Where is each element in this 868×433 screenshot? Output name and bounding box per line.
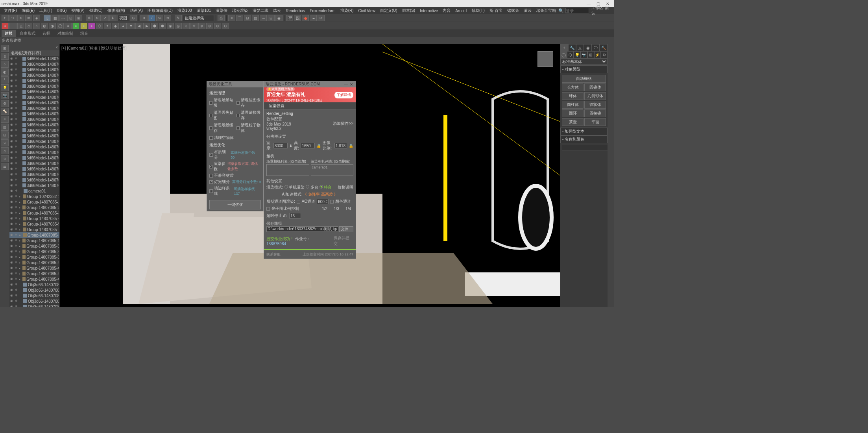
tree-item[interactable]: ◉❄▸Group-14807085-49- xyxy=(9,276,59,282)
render-settings-header[interactable]: - 渲染设置 xyxy=(264,102,356,110)
expand-icon[interactable]: ▸ xyxy=(19,239,22,242)
visibility-toggle-icon[interactable]: ◉ xyxy=(10,150,14,154)
edit-selection-icon[interactable]: ✎ xyxy=(175,15,182,21)
visibility-toggle-icon[interactable]: ◉ xyxy=(10,250,14,254)
tool-icon[interactable]: ● xyxy=(65,23,72,29)
checkbox[interactable] xyxy=(209,136,213,140)
hint-link[interactable]: 高细分材质个数: 30 xyxy=(231,150,261,159)
tree-item[interactable]: ◉❄▸Group-14807085-4- xyxy=(9,216,59,221)
freeze-toggle-icon[interactable]: ❄ xyxy=(15,272,18,276)
tree-item[interactable]: ◉❄3d66Model-1480706 xyxy=(9,117,59,122)
tool-icon[interactable]: ☀ xyxy=(190,23,198,29)
pivot-icon[interactable]: ⊙ xyxy=(130,15,137,21)
ai-mode-value[interactable]: 《 免降率 高画质 》 xyxy=(303,192,338,197)
visibility-toggle-icon[interactable]: ◉ xyxy=(10,189,14,193)
color-checkbox[interactable] xyxy=(330,200,334,204)
expand-icon[interactable]: ▸ xyxy=(19,228,22,231)
menu-item[interactable]: Foxrenderfarm xyxy=(307,9,338,13)
menu-item[interactable]: 文件(F) xyxy=(2,8,19,13)
expand-icon[interactable]: ▸ xyxy=(19,195,22,198)
filter-icon[interactable]: ◐ xyxy=(1,68,9,76)
checkbox[interactable] xyxy=(209,153,213,157)
menu-item[interactable]: Arnold xyxy=(453,9,469,13)
visibility-toggle-icon[interactable]: ◉ xyxy=(10,222,14,226)
helpers-subtab[interactable]: ⊞ xyxy=(587,51,594,58)
menu-item[interactable]: 渲染(R) xyxy=(338,8,356,13)
tree-item[interactable]: ◉❄▸Group-14807085-12- xyxy=(9,238,59,243)
menu-item[interactable]: Renderbus xyxy=(283,9,307,13)
freeze-toggle-icon[interactable]: ❄ xyxy=(15,222,18,226)
visibility-toggle-icon[interactable]: ◉ xyxy=(10,106,14,110)
schematic-icon[interactable]: ⊞ xyxy=(268,15,275,21)
expand-icon[interactable]: ▸ xyxy=(19,250,22,254)
filter-icon[interactable]: ⊡ xyxy=(1,131,9,139)
tree-item[interactable]: ◉❄▸Group-14807085-1 xyxy=(9,232,59,238)
tool-icon[interactable]: ◀ xyxy=(135,23,142,29)
lock-icon[interactable]: 🔒 xyxy=(349,144,353,148)
freeze-toggle-icon[interactable]: ❄ xyxy=(15,194,18,198)
create-object-button[interactable]: 几何球体 xyxy=(584,92,606,100)
checkbox[interactable] xyxy=(209,174,213,178)
lock-icon[interactable]: ⬍ xyxy=(289,144,292,148)
tree-item[interactable]: ◉❄3d66Model-1480706 xyxy=(9,161,59,166)
tree-item[interactable]: ◉❄3d66Model-1480706 xyxy=(9,89,59,94)
visibility-toggle-icon[interactable]: ◉ xyxy=(10,277,14,281)
tool-icon[interactable]: ● xyxy=(72,23,79,29)
tool-icon[interactable]: ▲ xyxy=(120,23,127,29)
tree-item[interactable]: ◉❄▸Group-14807085-2-4 xyxy=(9,205,59,210)
expand-icon[interactable]: ▸ xyxy=(19,244,22,248)
freeze-toggle-icon[interactable]: ❄ xyxy=(15,117,18,121)
create-tab[interactable]: + xyxy=(560,44,568,51)
create-object-button[interactable]: 管状体 xyxy=(584,101,606,109)
tool-icon[interactable]: ◆ xyxy=(112,23,119,29)
tree-item[interactable]: ◉❄Obj3d66-1480708 xyxy=(9,287,59,293)
percent-snap-icon[interactable]: % xyxy=(156,15,163,21)
scene-explorer-icon[interactable]: ⊟ xyxy=(244,15,251,21)
visibility-toggle-icon[interactable]: ◉ xyxy=(10,233,14,237)
freeze-toggle-icon[interactable]: ❄ xyxy=(15,79,18,83)
tree-item[interactable]: ◉❄▸Group-14807085-39- xyxy=(9,254,59,260)
tree-item[interactable]: ◉❄3d66Model-1480706 xyxy=(9,111,59,117)
freeze-toggle-icon[interactable]: ❄ xyxy=(15,112,18,116)
visibility-toggle-icon[interactable]: ◉ xyxy=(10,183,14,187)
ribbon-tab[interactable]: 填充 xyxy=(77,30,91,37)
tree-item[interactable]: ◉❄Obj3d66-1480708 xyxy=(9,304,59,307)
render-setup-icon[interactable]: 🎬 xyxy=(286,15,293,21)
select-rect-icon[interactable]: ▭ xyxy=(59,15,66,21)
menu-item[interactable]: 瑞云渲染 xyxy=(230,8,250,13)
create-object-button[interactable]: 平面 xyxy=(584,118,606,126)
freeze-toggle-icon[interactable]: ❄ xyxy=(15,62,18,66)
menu-item[interactable]: 渲染100 xyxy=(175,8,194,13)
visibility-toggle-icon[interactable]: ◉ xyxy=(10,294,14,298)
freeze-toggle-icon[interactable]: ❄ xyxy=(15,189,19,193)
tree-item[interactable]: ◉❄3d66Model-1480706 xyxy=(9,155,59,161)
tree-item[interactable]: ◉❄3d66Model-1480706 xyxy=(9,105,59,111)
tool-icon[interactable]: ○ xyxy=(33,23,40,29)
light-checkbox[interactable] xyxy=(266,207,270,211)
visibility-toggle-icon[interactable]: ◉ xyxy=(10,112,14,116)
visibility-toggle-icon[interactable]: ◉ xyxy=(10,200,14,204)
tree-item[interactable]: ◉❄3d66Model-1480706 xyxy=(9,72,59,78)
tool-icon[interactable]: ⬣ xyxy=(159,23,166,29)
expand-icon[interactable]: ▸ xyxy=(19,211,22,215)
tool-icon[interactable]: △ xyxy=(17,23,24,29)
freeze-toggle-icon[interactable]: ❄ xyxy=(15,233,18,237)
contact-link[interactable]: 联系客服 xyxy=(266,252,281,257)
freeze-toggle-icon[interactable]: ❄ xyxy=(15,183,18,187)
hierarchy-tab[interactable]: ◬ xyxy=(576,44,584,51)
visibility-toggle-icon[interactable]: ◉ xyxy=(10,73,14,77)
visibility-toggle-icon[interactable]: ◉ xyxy=(10,205,14,209)
freeze-toggle-icon[interactable]: ❄ xyxy=(15,250,18,254)
add-plugin-link[interactable]: 添加插件>> xyxy=(333,121,353,126)
dialog-titlebar[interactable]: 场景优化工具 xyxy=(207,81,263,87)
checkbox[interactable] xyxy=(209,189,213,193)
tree-item[interactable]: ◉❄▸Group-14807085-3- xyxy=(9,210,59,216)
expand-icon[interactable]: ▸ xyxy=(19,261,22,265)
toggle-ribbon-icon[interactable]: ▤ xyxy=(252,15,259,21)
render-iterate-icon[interactable]: ⟳ xyxy=(318,15,325,21)
visibility-toggle-icon[interactable]: ◉ xyxy=(10,145,14,149)
tool-icon[interactable]: ◑ xyxy=(49,23,56,29)
menu-item[interactable]: 帮助(H) xyxy=(469,8,487,13)
curve-editor-icon[interactable]: ⫘ xyxy=(260,15,267,21)
tool-icon[interactable]: ◎ xyxy=(175,23,182,29)
